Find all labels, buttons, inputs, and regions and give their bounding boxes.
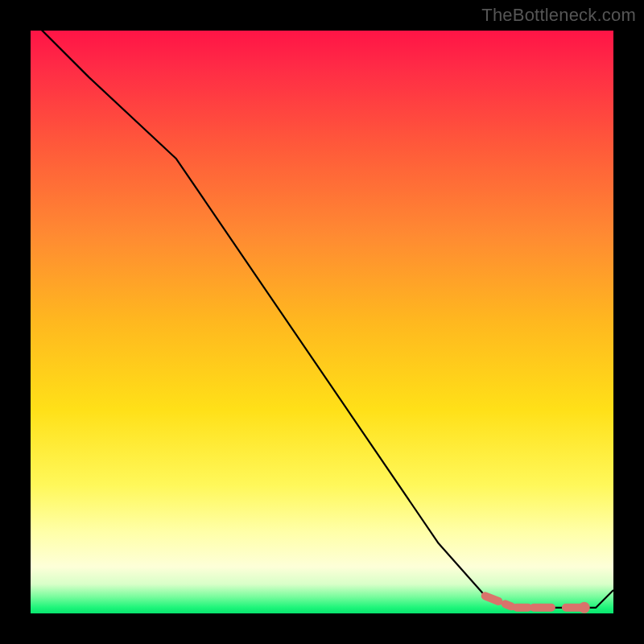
plot-area: [31, 31, 613, 613]
main-series-line: [31, 31, 613, 608]
tail-end-dot: [579, 602, 590, 613]
tail-highlight-segment: [485, 596, 584, 608]
chart-overlay: [31, 31, 613, 613]
chart-frame: TheBottleneck.com: [0, 0, 644, 644]
watermark-text: TheBottleneck.com: [481, 5, 636, 26]
